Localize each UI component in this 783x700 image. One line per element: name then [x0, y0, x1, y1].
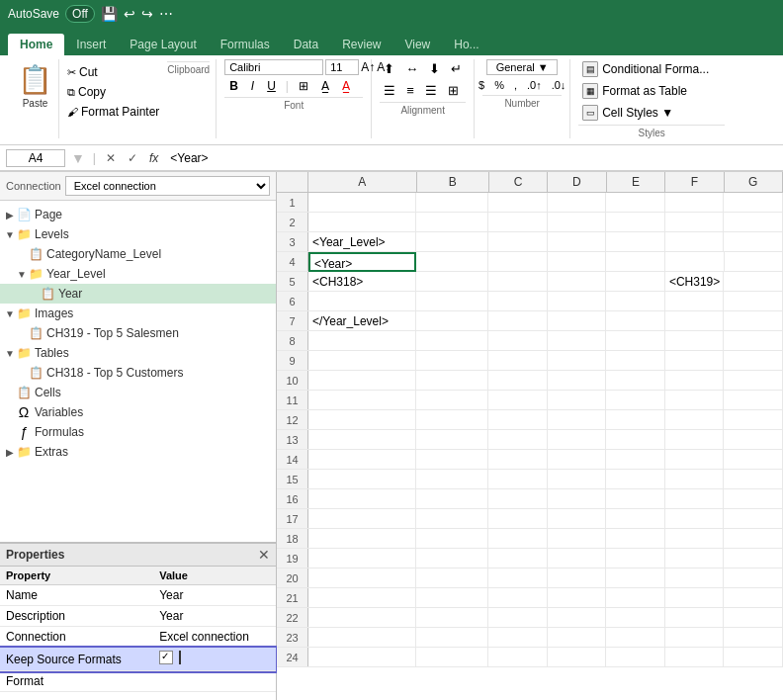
tree-node-variables[interactable]: Ω Variables [0, 402, 276, 422]
tree-toggle-levels[interactable]: ▼ [4, 229, 16, 240]
cell-E3[interactable] [606, 232, 665, 252]
fill-color-button[interactable]: A̲ [316, 77, 334, 95]
cell-C4[interactable] [488, 252, 548, 272]
confirm-formula-button[interactable]: ✓ [124, 150, 141, 166]
increase-font-button[interactable]: A↑ [361, 60, 375, 74]
cell-C7[interactable] [488, 311, 548, 331]
comma-button[interactable]: , [510, 77, 521, 93]
cell-C2[interactable] [488, 213, 548, 232]
cell-A4[interactable]: <Year> [308, 252, 416, 272]
cell-E6[interactable] [606, 292, 665, 311]
align-left-button[interactable]: ☰ [380, 81, 399, 100]
col-header-G[interactable]: G [725, 172, 783, 192]
number-format-box[interactable]: General ▼ [486, 59, 558, 75]
cell-B4[interactable] [416, 252, 488, 272]
cell-C3[interactable] [488, 232, 548, 252]
cell-A7[interactable]: </Year_Level> [308, 311, 416, 331]
align-bottom-button[interactable]: ⬇ [425, 59, 444, 78]
tree-toggle-images[interactable]: ▼ [4, 308, 16, 319]
cell-C1[interactable] [488, 193, 548, 213]
font-name-input[interactable] [224, 59, 323, 75]
cell-E4[interactable] [606, 252, 665, 272]
properties-close-button[interactable]: ✕ [258, 547, 270, 563]
cell-A1[interactable] [308, 193, 416, 213]
tree-node-page[interactable]: ▶ 📄 Page [0, 205, 276, 224]
format-painter-button[interactable]: 🖌 Format Painter [63, 103, 163, 121]
bold-button[interactable]: B [224, 77, 243, 95]
tab-insert[interactable]: Insert [64, 34, 118, 55]
tree-node-ch318[interactable]: 📋 CH318 - Top 5 Customers [0, 363, 276, 383]
font-size-input[interactable] [325, 59, 359, 75]
tab-view[interactable]: View [392, 34, 442, 55]
tree-node-tables[interactable]: ▼ 📁 Tables [0, 343, 276, 363]
cell-A6[interactable] [308, 292, 416, 311]
cell-B2[interactable] [416, 213, 488, 232]
cut-button[interactable]: ✂ Cut [63, 63, 163, 81]
cell-D5[interactable] [548, 272, 607, 292]
cell-F2[interactable] [665, 213, 725, 232]
more-commands-icon[interactable]: ⋯ [159, 6, 173, 22]
cell-G2[interactable] [724, 213, 783, 232]
align-middle-button[interactable]: ↔ [401, 59, 422, 78]
tab-data[interactable]: Data [282, 34, 330, 55]
paste-button[interactable]: 📋 Paste [12, 59, 59, 138]
tree-node-levels[interactable]: ▼ 📁 Levels [0, 224, 276, 244]
cell-A5[interactable]: <CH318> [308, 272, 416, 292]
tree-node-formulas[interactable]: ƒ Formulas [0, 422, 276, 442]
tree-node-cells[interactable]: 📋 Cells [0, 383, 276, 402]
connection-select[interactable]: Excel connection [65, 176, 270, 196]
percent-button[interactable]: % [490, 77, 508, 93]
cell-D6[interactable] [548, 292, 607, 311]
cell-F5[interactable]: <CH319> [665, 272, 725, 292]
col-header-C[interactable]: C [489, 172, 548, 192]
border-button[interactable]: ⊞ [294, 77, 313, 95]
cell-D1[interactable] [548, 193, 607, 213]
formula-input[interactable] [166, 150, 777, 166]
cell-C6[interactable] [488, 292, 548, 311]
conditional-formatting-button[interactable]: ▤ Conditional Forma... [578, 59, 725, 79]
col-header-D[interactable]: D [548, 172, 606, 192]
cell-G1[interactable] [724, 193, 783, 213]
tab-page-layout[interactable]: Page Layout [118, 34, 208, 55]
cell-D7[interactable] [548, 311, 607, 331]
cell-B6[interactable] [416, 292, 488, 311]
col-header-E[interactable]: E [607, 172, 665, 192]
align-top-button[interactable]: ⬆ [380, 59, 398, 78]
format-table-button[interactable]: ▦ Format as Table [578, 81, 725, 101]
cell-C5[interactable] [488, 272, 548, 292]
tree-node-images[interactable]: ▼ 📁 Images [0, 304, 276, 323]
tree-node-extras[interactable]: ▶ 📁 Extras [0, 442, 276, 462]
underline-button[interactable]: U [262, 77, 281, 95]
cell-D3[interactable] [548, 232, 607, 252]
redo-icon[interactable]: ↪ [141, 6, 153, 22]
tree-toggle-extras[interactable]: ▶ [4, 447, 16, 458]
tree-toggle-year-level[interactable]: ▼ [16, 269, 28, 280]
decrease-decimal-button[interactable]: .0↓ [548, 77, 570, 93]
tree-node-year[interactable]: 📋 Year [0, 284, 276, 304]
keep-source-checkbox[interactable] [159, 651, 173, 664]
italic-button[interactable]: I [246, 77, 259, 95]
cell-reference-box[interactable] [6, 149, 65, 167]
cell-D4[interactable] [548, 252, 607, 272]
cell-A2[interactable] [308, 213, 416, 232]
align-right-button[interactable]: ☰ [421, 81, 441, 100]
tree-node-ch319[interactable]: 📋 CH319 - Top 5 Salesmen [0, 323, 276, 343]
cell-F3[interactable] [665, 232, 725, 252]
cell-E2[interactable] [606, 213, 665, 232]
col-header-A[interactable]: A [308, 172, 417, 192]
col-header-F[interactable]: F [665, 172, 724, 192]
cell-G6[interactable] [724, 292, 783, 311]
cancel-formula-button[interactable]: ✕ [102, 150, 120, 166]
cell-G3[interactable] [724, 232, 783, 252]
wrap-text-button[interactable]: ↵ [447, 59, 466, 78]
undo-icon[interactable]: ↩ [124, 6, 135, 22]
copy-button[interactable]: ⧉ Copy [63, 83, 163, 101]
cell-A3[interactable]: <Year_Level> [308, 232, 416, 252]
currency-button[interactable]: $ [475, 77, 488, 93]
autosave-toggle[interactable]: Off [65, 5, 95, 23]
cell-F4[interactable] [665, 252, 725, 272]
tree-toggle-tables[interactable]: ▼ [4, 348, 16, 359]
cell-B3[interactable] [416, 232, 488, 252]
tree-toggle-page[interactable]: ▶ [4, 210, 16, 220]
cell-F6[interactable] [665, 292, 725, 311]
